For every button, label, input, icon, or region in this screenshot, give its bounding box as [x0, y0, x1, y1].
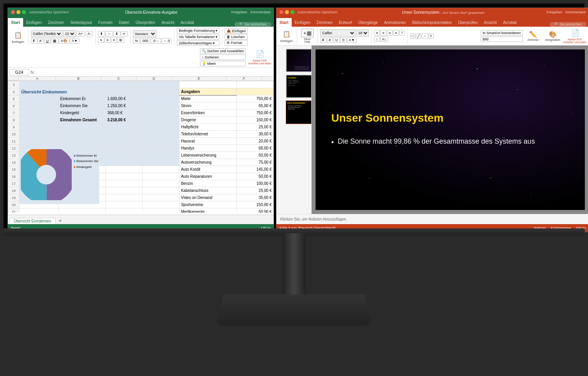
ppt-underline-button[interactable]: U	[334, 37, 340, 43]
excel-align-left-button[interactable]: ≡	[98, 37, 104, 43]
ausgaben-label-cell[interactable]: Auto Reparaturen	[179, 173, 236, 180]
ausgaben-label-cell[interactable]: Medikamente	[179, 208, 236, 213]
ppt-active-slide[interactable]: Unser Sonnensystem Die Sonne macht 99,86…	[316, 49, 585, 210]
ppt-tab-animationen[interactable]: Animationen	[381, 18, 409, 27]
ausgaben-value-cell[interactable]: 750,00 €	[236, 95, 273, 102]
excel-italic-button[interactable]: K	[38, 38, 44, 44]
excel-decrease-font-button[interactable]: A-	[85, 31, 93, 37]
excel-cell-style-button[interactable]: Zellenformatvorlagen ▾	[177, 40, 220, 46]
excel-insert-row-button[interactable]: 📥 Einfügen	[225, 28, 248, 34]
add-sheet-button[interactable]: +	[56, 217, 65, 224]
sheet-tab-ubersicht[interactable]: Übersicht Einnahmen	[9, 218, 56, 224]
table-cell[interactable]	[20, 110, 58, 117]
excel-tab-daten[interactable]: Daten	[116, 18, 132, 27]
table-cell[interactable]	[105, 180, 142, 187]
einnahmen-gesamt-label[interactable]: Einnahmen Gesamt	[58, 117, 105, 124]
excel-fill-color-button[interactable]: A🎨	[59, 38, 69, 44]
ppt-align-right-button[interactable]: ≡	[393, 30, 399, 36]
excel-decimal-dec-button[interactable]: ←.0	[162, 38, 172, 44]
ausgaben-value-cell[interactable]: 150,00 €	[236, 201, 273, 208]
ppt-shape-rect[interactable]: □	[410, 33, 415, 39]
ppt-share-label[interactable]: Freigeben	[546, 10, 563, 14]
ppt-in-smartart-button[interactable]: In SmartArt konvertieren	[481, 30, 523, 36]
ppt-column-button[interactable]: ⫴	[399, 30, 405, 36]
ppt-tab-überprüfen[interactable]: Überprüfen	[455, 18, 481, 27]
excel-table-format-button[interactable]: Als Tabelle formatieren ▾	[177, 34, 220, 40]
ppt-tab-ansicht[interactable]: Ansicht	[481, 18, 500, 27]
excel-align-center-button[interactable]: ≡	[105, 37, 111, 43]
table-cell[interactable]	[105, 145, 142, 152]
slide-thumb-1[interactable]: Die Milchstraße undunser Sonnensystem	[286, 49, 312, 72]
ausgaben-value-cell[interactable]: 25,00 €	[236, 187, 273, 194]
table-cell[interactable]	[142, 166, 179, 173]
table-cell[interactable]	[236, 88, 273, 95]
excel-tab-ansicht[interactable]: Ansicht	[158, 18, 178, 27]
ausgaben-value-cell[interactable]: 50,00 €	[236, 173, 273, 180]
ausgaben-value-cell[interactable]: 25,00 €	[236, 124, 273, 131]
ausgaben-label-cell[interactable]: Lebensversicherung	[179, 152, 236, 159]
excel-cell-reference[interactable]: G24	[9, 69, 29, 75]
table-cell[interactable]	[142, 187, 179, 194]
excel-increase-font-button[interactable]: A+	[76, 31, 85, 37]
ppt-search-box[interactable]: 🔍 Sie wünschen	[550, 22, 586, 27]
ausgaben-label-cell[interactable]: Drogerie	[179, 117, 236, 124]
table-cell[interactable]	[20, 95, 58, 102]
excel-tab-überprüfen[interactable]: Überprüfen	[132, 18, 158, 27]
ppt-tab-übergänge[interactable]: Übergänge	[355, 18, 381, 27]
table-cell[interactable]	[105, 166, 142, 173]
ppt-notes-placeholder[interactable]: Klicken Sie, um Notizen hinzuzufügen	[280, 217, 346, 221]
ausgaben-value-cell[interactable]: 65,00 €	[236, 102, 273, 110]
table-cell[interactable]	[105, 187, 142, 194]
excel-percent-button[interactable]: %	[133, 38, 140, 44]
excel-einfügen-button[interactable]: 📋 Einfügen	[10, 29, 26, 44]
ppt-shape-text[interactable]: T	[428, 33, 434, 39]
table-cell[interactable]: 1.600,00 €	[105, 95, 142, 102]
table-cell[interactable]	[105, 138, 142, 145]
ausgaben-value-cell[interactable]: 100,00 €	[236, 180, 273, 187]
table-cell[interactable]	[142, 201, 179, 208]
ppt-tab-bildschirm[interactable]: Bildschirmpräsentation	[409, 18, 455, 27]
table-cell[interactable]	[142, 117, 179, 124]
excel-tab-start[interactable]: Start	[8, 18, 23, 27]
table-cell[interactable]	[142, 180, 179, 187]
table-cell[interactable]	[20, 117, 58, 124]
ausgaben-label-cell[interactable]: Telefon/Internet	[179, 131, 236, 138]
ppt-tab-entwurf[interactable]: Entwurf	[336, 18, 355, 27]
excel-close-button[interactable]	[11, 10, 15, 14]
ppt-bold-button[interactable]: F	[320, 37, 327, 43]
ppt-tab-acrobat[interactable]: Acrobat	[500, 18, 519, 27]
table-cell[interactable]	[20, 138, 58, 145]
ppt-comments-label[interactable]: Kommentare	[565, 10, 586, 14]
excel-tab-seitenlayout[interactable]: Seitenlayout	[67, 18, 95, 27]
ausgaben-label-cell[interactable]: Handys	[179, 145, 236, 152]
table-cell[interactable]: 1.250,00 €	[105, 102, 142, 110]
ppt-text-direction-button[interactable]: A↕	[380, 37, 388, 42]
excel-minimize-button[interactable]	[16, 10, 20, 14]
excel-underline-button[interactable]: U	[44, 38, 51, 44]
ppt-maximize-button[interactable]	[290, 10, 294, 14]
ppt-font-size-select[interactable]: 18	[356, 29, 369, 37]
table-cell[interactable]	[142, 208, 179, 213]
excel-formula-input[interactable]	[36, 70, 272, 75]
ppt-designideen-button[interactable]: 🎨 Designideen	[543, 30, 562, 42]
ausgaben-value-cell[interactable]: 20,00 €	[236, 138, 273, 145]
table-cell[interactable]	[142, 145, 179, 152]
excel-merge-button[interactable]: ⊞	[117, 37, 124, 43]
table-cell[interactable]: Kindergeld	[58, 110, 105, 117]
ausgaben-label-cell[interactable]: Auto Kredit	[179, 166, 236, 173]
table-cell[interactable]	[142, 152, 179, 159]
table-cell[interactable]	[105, 201, 142, 208]
ppt-shape-line[interactable]: ╱	[416, 33, 421, 39]
excel-align-bottom-button[interactable]: ⬇	[113, 31, 120, 37]
table-cell[interactable]	[58, 208, 105, 213]
ausgaben-value-cell[interactable]: 750,00 €	[236, 110, 273, 117]
table-cell[interactable]	[142, 138, 179, 145]
table-cell[interactable]	[105, 173, 142, 180]
ausgaben-value-cell[interactable]: 30,00 €	[236, 131, 273, 138]
ausgaben-label-cell[interactable]: Miete	[179, 95, 236, 102]
table-cell[interactable]	[105, 159, 142, 166]
ppt-tab-start[interactable]: Start	[276, 18, 292, 27]
ppt-close-button[interactable]	[279, 10, 283, 14]
excel-ideas-button[interactable]: 💡 Ideen	[200, 61, 246, 66]
table-cell[interactable]	[20, 124, 58, 131]
